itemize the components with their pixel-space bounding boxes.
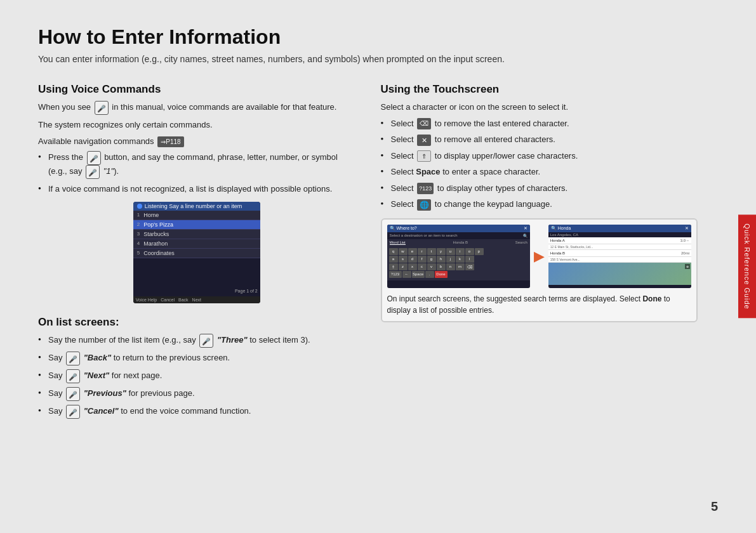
ts-key-h[interactable]: h <box>437 256 446 263</box>
ts-key-l[interactable]: l <box>465 256 474 263</box>
demo-screen: Listening Say a line number or an item 1… <box>133 202 260 303</box>
ts-key-space[interactable]: Space <box>412 271 425 278</box>
ts-key-done[interactable]: Done <box>435 271 448 278</box>
voice-bullet-1: Press the 🎤 button, and say the command,… <box>38 151 355 179</box>
ts-key-x[interactable]: x <box>408 263 417 270</box>
ts-tab-search: Search <box>515 240 527 245</box>
num-icon: ?123 <box>417 183 434 194</box>
ts-key-a[interactable]: a <box>389 256 398 263</box>
ts-key-g[interactable]: g <box>427 256 436 263</box>
ts-key-j[interactable]: j <box>446 256 455 263</box>
ts-key-b[interactable]: b <box>437 263 446 270</box>
voice-icon-3: 🎤 <box>86 165 100 179</box>
right-column: Using the Touchscreen Select a character… <box>381 83 698 425</box>
ts-bullet-5: Select ?123 to display other types of ch… <box>381 182 698 195</box>
ts-map-zoom: ⊕ <box>685 264 690 269</box>
ts-search-bar: Select a destination or an item to searc… <box>387 232 530 239</box>
list-quote-prev: "Previous" <box>84 388 126 398</box>
ts-screen-top-left: 🔍 Where to? ✕ <box>387 225 530 232</box>
backspace-icon: ⌫ <box>417 118 431 129</box>
ts-mini-map: ⊕ <box>548 263 691 285</box>
demo-item-5: 5 Coordinates <box>133 249 260 258</box>
demo-top-bar: Listening Say a line number or an item <box>133 202 260 211</box>
ts-key-k[interactable]: k <box>456 256 465 263</box>
page-number: 5 <box>711 499 718 514</box>
ts-result-1-addr: 12 E Main St, Starbucks, Ltd... <box>548 244 691 250</box>
list-bullet-2: Say 🎤 "Back" to return to the previous s… <box>38 352 355 365</box>
voice-para3-prefix: Available navigation commands <box>38 136 154 146</box>
ts-key-i[interactable]: i <box>456 248 465 255</box>
touchscreen-intro: Select a character or icon on the screen… <box>381 101 698 114</box>
ts-kb-row-1: q w e r t y u i o p <box>389 248 528 255</box>
demo-item-3: 3 Starbucks <box>133 230 260 239</box>
ts-screen-close-left: ✕ <box>524 226 527 231</box>
ts-result-1: Honda A 3.0→ <box>548 237 691 244</box>
touchscreen-title: Using the Touchscreen <box>381 83 698 96</box>
ts-key-y[interactable]: y <box>437 248 446 255</box>
ts-search-x: 🔍 <box>523 234 527 238</box>
list-bullet-3: Say 🎤 "Next" for next page. <box>38 369 355 383</box>
ts-result-2: Honda B 20mi <box>548 250 691 257</box>
ts-key-backspace[interactable]: ⌫ <box>465 263 474 270</box>
globe-icon: 🌐 <box>417 199 431 211</box>
demo-dot <box>137 204 142 209</box>
demo-bottom-bar: Voice Help Cancel Back Next <box>133 296 260 303</box>
space-word: Space <box>416 167 440 176</box>
sidebar: Quick Reference Guide <box>729 0 756 533</box>
list-quote-cancel: "Cancel" <box>84 406 119 416</box>
ts-key-p[interactable]: p <box>475 248 484 255</box>
demo-item-2: 2 Pop's Pizza <box>133 220 260 230</box>
ts-map-screen: 🔍 Honda ✕ Los Angeles, CA Honda A 3.0→ <box>548 225 691 288</box>
list-bullets: Say the number of the list item (e.g., s… <box>38 334 355 419</box>
voice-para1-text: in this manual, voice commands are avail… <box>112 102 336 112</box>
ts-key-n[interactable]: n <box>446 263 455 270</box>
ts-tab-honda-b: Honda B <box>453 240 468 245</box>
main-content: How to Enter Information You can enter i… <box>0 0 729 533</box>
voice-para3: Available navigation commands ⇒P118 <box>38 135 355 148</box>
ts-key-num[interactable]: ?123 <box>389 271 402 278</box>
ts-key-q[interactable]: q <box>389 248 398 255</box>
ts-key-shift[interactable]: ⇑ <box>389 263 398 270</box>
ts-key-t[interactable]: t <box>427 248 436 255</box>
ts-key-comma[interactable]: ← <box>402 271 411 278</box>
ts-bullet-6: Select 🌐 to change the keypad language. <box>381 198 698 211</box>
list-quote-three: "Three" <box>217 335 248 345</box>
voice-bullets: Press the 🎤 button, and say the command,… <box>38 151 355 195</box>
ts-key-c[interactable]: c <box>418 263 427 270</box>
demo-item-4: 4 Marathon <box>133 239 260 249</box>
ts-key-u[interactable]: u <box>446 248 455 255</box>
list-bullet-4: Say 🎤 "Previous" for previous page. <box>38 387 355 401</box>
voice-icon-7: 🎤 <box>66 387 80 401</box>
ts-key-o[interactable]: o <box>465 248 474 255</box>
ts-key-r[interactable]: r <box>418 248 427 255</box>
clear-icon: ✕ <box>417 135 431 146</box>
ts-map-search-bar: Los Angeles, CA <box>548 232 691 237</box>
ts-key-z[interactable]: z <box>399 263 408 270</box>
ts-kb-row-2: a s d f g h j k l <box>389 256 528 263</box>
ts-bullet-2: Select ✕ to remove all entered character… <box>381 133 698 146</box>
list-quote-back: "Back" <box>84 353 111 362</box>
case-icon: ⇑ <box>417 150 431 162</box>
touchscreen-demo: 🔍 Where to? ✕ Select a destination or an… <box>381 218 698 322</box>
ts-key-s[interactable]: s <box>399 256 408 263</box>
ts-key-m[interactable]: m <box>456 263 465 270</box>
ts-key-e[interactable]: e <box>408 248 417 255</box>
sidebar-label: Quick Reference Guide <box>743 223 751 309</box>
on-list-title: On list screens: <box>38 316 355 329</box>
ts-key-f[interactable]: f <box>418 256 427 263</box>
voice-icon-4: 🎤 <box>199 334 213 348</box>
ts-key-period[interactable]: . <box>425 271 434 278</box>
ts-result-2-addr: 158 S Vermont Ave... <box>548 257 691 263</box>
voice-quote-1: "1" <box>103 166 114 176</box>
ts-key-v[interactable]: v <box>427 263 436 270</box>
ts-result-1-dist: 3.0→ <box>680 239 689 242</box>
ts-key-d[interactable]: d <box>408 256 417 263</box>
ts-key-w[interactable]: w <box>399 248 408 255</box>
ts-result-2-name: Honda B <box>550 251 565 255</box>
ts-screen-top-right: 🔍 Honda ✕ <box>548 225 691 232</box>
voice-para1: When you see 🎤 in this manual, voice com… <box>38 101 355 115</box>
ts-bullet-4: Select Space to enter a space character. <box>381 166 698 178</box>
voice-para1-prefix: When you see <box>38 102 91 112</box>
ts-screen-close-right: ✕ <box>685 226 689 231</box>
ts-caption: On input search screens, the suggested s… <box>387 293 692 316</box>
